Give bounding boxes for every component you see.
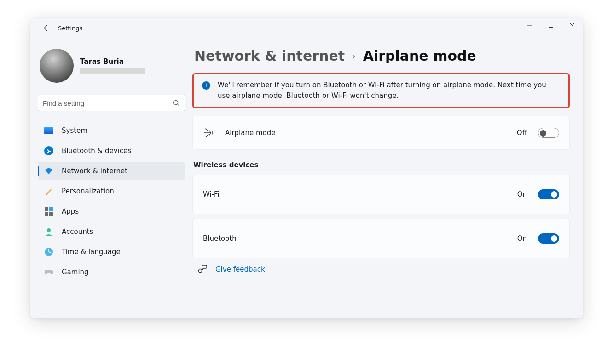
profile-email-redacted <box>80 68 145 74</box>
sidebar-item-label: Time & language <box>62 248 121 256</box>
bluetooth-card: Bluetooth On <box>192 219 570 258</box>
svg-rect-4 <box>45 212 48 216</box>
sidebar-item-label: Network & internet <box>62 167 127 175</box>
close-button[interactable] <box>561 18 583 32</box>
svg-point-1 <box>173 100 178 104</box>
search-icon <box>173 100 180 107</box>
window-body: Taras Buria System ᚛ Bluetooth & devices <box>30 38 583 318</box>
bluetooth-state: On <box>517 234 527 243</box>
svg-rect-3 <box>49 207 53 211</box>
page-title: Airplane mode <box>363 48 476 64</box>
sidebar-item-label: Accounts <box>62 228 93 236</box>
wifi-toggle[interactable] <box>538 189 559 199</box>
bluetooth-toggle[interactable] <box>538 233 559 244</box>
sidebar-item-apps[interactable]: Apps <box>38 202 185 221</box>
svg-point-6 <box>47 228 51 232</box>
feedback-icon <box>198 265 207 274</box>
wireless-group: Wi-Fi On Bluetooth On <box>192 175 570 261</box>
airplane-mode-card: Airplane mode Off <box>192 116 570 150</box>
sidebar-item-bluetooth[interactable]: ᚛ Bluetooth & devices <box>38 142 185 160</box>
info-icon: i <box>202 81 210 90</box>
info-banner: i We'll remember if you turn on Bluetoot… <box>192 73 570 108</box>
bluetooth-icon: ᚛ <box>44 146 53 155</box>
titlebar: Settings <box>30 18 583 38</box>
sidebar-item-time[interactable]: Time & language <box>38 243 185 261</box>
avatar <box>40 49 74 83</box>
settings-window: Settings Taras Buria <box>30 18 583 318</box>
network-icon <box>44 166 53 176</box>
sidebar-item-accounts[interactable]: Accounts <box>38 222 185 241</box>
sidebar: Taras Buria System ᚛ Bluetooth & devices <box>30 38 192 318</box>
search-box[interactable] <box>38 95 185 111</box>
sidebar-item-network[interactable]: Network & internet <box>38 162 185 180</box>
apps-icon <box>44 207 53 216</box>
back-button[interactable] <box>39 21 56 35</box>
close-icon <box>570 23 574 28</box>
bluetooth-label: Bluetooth <box>203 234 507 243</box>
nav: System ᚛ Bluetooth & devices Network & i… <box>38 121 185 281</box>
svg-rect-0 <box>549 23 553 28</box>
wifi-label: Wi-Fi <box>203 190 507 199</box>
svg-rect-2 <box>45 207 48 211</box>
profile-name: Taras Buria <box>80 57 145 66</box>
airplane-mode-state: Off <box>517 129 527 137</box>
wireless-section-title: Wireless devices <box>193 161 570 169</box>
svg-rect-5 <box>49 212 53 216</box>
sidebar-item-label: Bluetooth & devices <box>62 147 131 155</box>
airplane-mode-toggle[interactable] <box>538 128 559 138</box>
sidebar-item-label: Personalization <box>62 187 114 195</box>
info-banner-text: We'll remember if you turn on Bluetooth … <box>218 80 560 102</box>
sidebar-item-label: Apps <box>62 207 79 216</box>
give-feedback-link[interactable]: Give feedback <box>215 265 265 273</box>
maximize-icon <box>549 23 553 28</box>
system-icon <box>44 126 53 135</box>
minimize-button[interactable] <box>519 18 540 32</box>
breadcrumb-parent[interactable]: Network & internet <box>194 48 345 64</box>
sidebar-item-system[interactable]: System <box>38 121 185 140</box>
airplane-icon <box>203 127 215 139</box>
profile-text: Taras Buria <box>80 57 145 74</box>
sidebar-item-gaming[interactable]: Gaming <box>38 263 185 281</box>
accounts-icon <box>44 227 53 236</box>
profile-block[interactable]: Taras Buria <box>38 43 185 86</box>
window-controls <box>519 18 583 32</box>
back-arrow-icon <box>44 24 51 32</box>
svg-point-8 <box>199 269 202 272</box>
personalization-icon <box>44 187 53 196</box>
airplane-mode-label: Airplane mode <box>225 129 507 137</box>
main-content: Network & internet › Airplane mode i We'… <box>192 38 583 318</box>
feedback-row: Give feedback <box>198 265 570 274</box>
maximize-button[interactable] <box>540 18 561 32</box>
gaming-icon <box>44 267 53 277</box>
wifi-state: On <box>517 190 527 199</box>
minimize-icon <box>527 23 532 28</box>
sidebar-item-label: Gaming <box>62 268 89 276</box>
time-language-icon <box>44 247 53 256</box>
wifi-card: Wi-Fi On <box>192 175 570 214</box>
chevron-right-icon: › <box>352 51 356 61</box>
sidebar-item-personalization[interactable]: Personalization <box>38 182 185 200</box>
search-input[interactable] <box>43 99 173 107</box>
svg-rect-9 <box>202 265 207 268</box>
sidebar-item-label: System <box>62 126 87 135</box>
breadcrumb: Network & internet › Airplane mode <box>194 48 570 64</box>
app-title: Settings <box>58 25 82 32</box>
